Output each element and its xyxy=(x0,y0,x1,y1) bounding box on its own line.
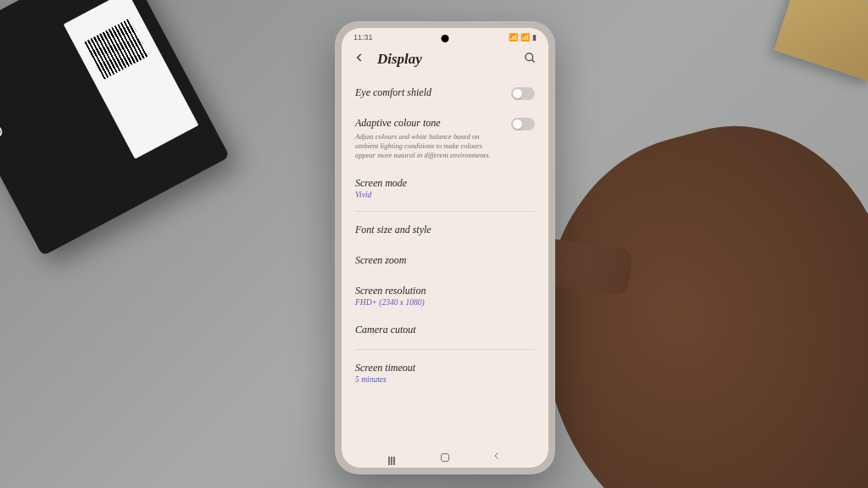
divider xyxy=(355,211,535,212)
setting-screen-zoom[interactable]: Screen zoom xyxy=(355,246,535,276)
svg-point-0 xyxy=(526,53,533,60)
battery-icon: ▮ xyxy=(532,33,537,42)
divider xyxy=(355,349,535,350)
toggle-switch[interactable] xyxy=(511,87,535,100)
home-button[interactable] xyxy=(441,453,449,462)
status-time: 11:31 xyxy=(353,33,373,42)
settings-list: Eye comfort shield Adaptive colour tone … xyxy=(342,78,548,392)
setting-eye-comfort-shield[interactable]: Eye comfort shield xyxy=(355,78,535,108)
svg-line-1 xyxy=(531,59,534,62)
setting-label: Screen mode xyxy=(355,177,535,191)
barcode-sticker xyxy=(64,0,199,159)
navigation-bar xyxy=(342,447,548,468)
recent-apps-button[interactable] xyxy=(388,457,398,458)
setting-label: Font size and style xyxy=(355,224,535,237)
status-icons: 📶 📶 ▮ xyxy=(509,33,537,42)
camera-punch-hole xyxy=(442,35,449,42)
product-box-label: Galaxy S25 Ultra xyxy=(0,3,8,143)
setting-label: Screen timeout xyxy=(355,362,535,375)
wooden-block xyxy=(774,0,868,81)
search-button[interactable] xyxy=(524,52,537,68)
setting-camera-cutout[interactable]: Camera cutout xyxy=(355,315,535,346)
setting-font-size-style[interactable]: Font size and style xyxy=(355,215,535,246)
setting-screen-resolution[interactable]: Screen resolution FHD+ (2340 x 1080) xyxy=(355,276,535,316)
setting-screen-mode[interactable]: Screen mode Vivid xyxy=(355,169,535,208)
setting-label: Screen zoom xyxy=(355,254,535,268)
setting-label: Screen resolution xyxy=(355,285,535,298)
wifi-icon: 📶 xyxy=(509,33,518,42)
barcode-icon xyxy=(85,18,149,79)
setting-value: Vivid xyxy=(355,191,535,199)
nav-back-button[interactable] xyxy=(492,451,502,464)
back-button[interactable] xyxy=(353,52,365,67)
phone-device: 11:31 📶 📶 ▮ Display xyxy=(335,21,555,474)
page-title: Display xyxy=(377,51,512,68)
setting-value: FHD+ (2340 x 1080) xyxy=(355,298,535,307)
setting-label: Camera cutout xyxy=(355,324,535,337)
product-box: Galaxy S25 Ultra xyxy=(0,0,230,256)
setting-description: Adjust colours and white balance based o… xyxy=(355,132,503,160)
setting-label: Eye comfort shield xyxy=(355,86,503,100)
setting-label: Adaptive colour tone xyxy=(355,117,503,130)
setting-adaptive-colour-tone[interactable]: Adaptive colour tone Adjust colours and … xyxy=(355,108,535,169)
settings-header: Display xyxy=(342,44,548,78)
toggle-switch[interactable] xyxy=(511,118,535,130)
signal-icon: 📶 xyxy=(520,33,530,42)
setting-screen-timeout[interactable]: Screen timeout 5 minutes xyxy=(355,353,535,393)
setting-value: 5 minutes xyxy=(355,375,535,384)
phone-screen: 11:31 📶 📶 ▮ Display xyxy=(342,28,548,468)
